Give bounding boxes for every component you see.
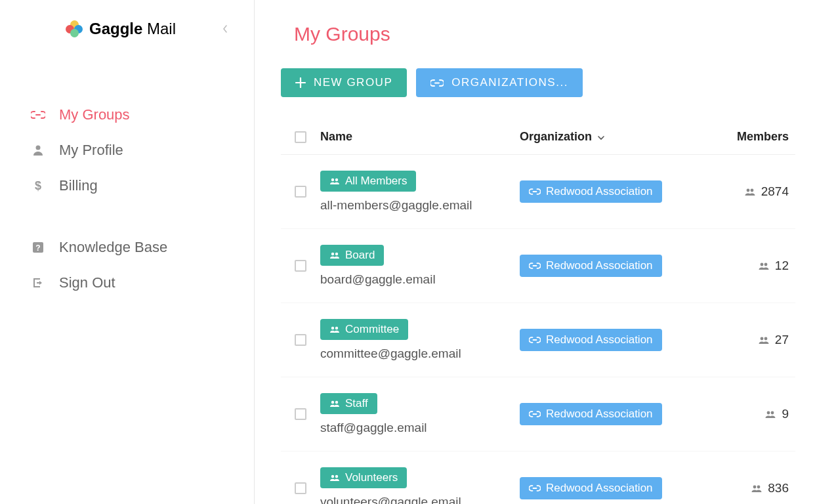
brand-text: Gaggle Mail (89, 20, 176, 38)
sidebar-item-billing[interactable]: $ Billing (30, 168, 254, 203)
chevron-down-icon (598, 133, 604, 142)
help-icon: ? (30, 242, 46, 253)
group-name-badge[interactable]: Board (320, 245, 384, 266)
row-checkbox[interactable] (295, 334, 306, 346)
sidebar-item-label: My Groups (59, 106, 130, 123)
sidebar-item-label: Billing (59, 177, 98, 194)
row-checkbox[interactable] (295, 482, 306, 494)
sidebar-item-my-profile[interactable]: My Profile (30, 133, 254, 168)
svg-text:?: ? (35, 243, 40, 253)
brand[interactable]: Gaggle Mail (66, 20, 176, 38)
svg-point-22 (753, 485, 757, 488)
nav-secondary: ? Knowledge Base Sign Out (0, 230, 254, 301)
organization-badge[interactable]: Redwood Association (520, 180, 662, 203)
svg-point-19 (771, 411, 774, 414)
members-icon (764, 411, 776, 418)
sign-out-icon (30, 277, 46, 289)
table-row: All Members all-members@gaggle.email Red… (281, 155, 795, 229)
organization-badge[interactable]: Redwood Association (520, 403, 662, 425)
column-header-members[interactable]: Members (703, 130, 795, 144)
svg-point-4 (331, 178, 334, 181)
svg-point-16 (331, 401, 334, 404)
new-group-button[interactable]: NEW GROUP (281, 68, 407, 97)
group-email: staff@gaggle.email (320, 421, 427, 435)
table-row: Volunteers volunteers@gaggle.email Redwo… (281, 452, 795, 504)
organizations-label: ORGANIZATIONS... (451, 76, 568, 89)
svg-point-20 (331, 475, 334, 478)
link-icon (529, 411, 541, 417)
actions-row: NEW GROUP ORGANIZATIONS... (281, 68, 795, 97)
table-row: Staff staff@gaggle.email Redwood Associa… (281, 377, 795, 452)
group-name-badge[interactable]: Volunteers (320, 467, 407, 488)
group-name: All Members (345, 175, 407, 188)
group-email: board@gaggle.email (320, 272, 436, 287)
select-all-checkbox[interactable] (295, 131, 306, 143)
brand-logo-icon (66, 20, 83, 37)
svg-point-15 (764, 337, 767, 340)
group-name-badge[interactable]: All Members (320, 171, 416, 192)
plus-icon (295, 77, 306, 88)
group-name-badge[interactable]: Committee (320, 319, 408, 340)
group-name: Committee (345, 323, 399, 336)
group-icon (329, 400, 340, 407)
svg-point-8 (331, 253, 334, 255)
table-row: Committee committee@gaggle.email Redwood… (281, 303, 795, 377)
group-icon (329, 474, 340, 481)
link-icon (30, 111, 46, 119)
svg-point-11 (764, 262, 767, 266)
row-checkbox[interactable] (295, 408, 306, 420)
sidebar-item-my-groups[interactable]: My Groups (30, 97, 254, 133)
nav-primary: My Groups My Profile $ Billing (0, 97, 254, 203)
main-content: My Groups NEW GROUP ORGANIZATIONS... (255, 0, 815, 504)
table-row: Board board@gaggle.email Redwood Associa… (281, 229, 795, 303)
link-icon (529, 188, 541, 195)
sidebar-collapse-icon[interactable] (222, 25, 228, 33)
link-icon (529, 262, 541, 269)
svg-point-13 (335, 327, 338, 329)
members-icon (758, 337, 770, 344)
group-name-badge[interactable]: Staff (320, 393, 377, 414)
svg-point-7 (750, 188, 753, 192)
link-icon (529, 337, 541, 343)
group-name: Volunteers (345, 471, 398, 484)
svg-point-6 (746, 188, 749, 192)
brand-bold: Gaggle (89, 20, 142, 37)
person-icon (30, 144, 46, 156)
organization-badge[interactable]: Redwood Association (520, 329, 662, 351)
svg-point-0 (36, 146, 41, 150)
row-checkbox[interactable] (295, 186, 306, 198)
svg-point-21 (335, 475, 338, 478)
members-count: 836 (768, 481, 789, 495)
organizations-button[interactable]: ORGANIZATIONS... (416, 68, 583, 97)
members-count: 9 (782, 407, 789, 421)
column-header-organization[interactable]: Organization (520, 130, 703, 144)
group-icon (329, 178, 340, 184)
organization-badge[interactable]: Redwood Association (520, 255, 662, 277)
members-count: 12 (775, 259, 789, 273)
table-header: Name Organization Members (281, 123, 795, 155)
sidebar-item-knowledge-base[interactable]: ? Knowledge Base (30, 230, 254, 265)
column-header-organization-label: Organization (520, 130, 592, 143)
organization-badge[interactable]: Redwood Association (520, 477, 662, 499)
sidebar-item-label: Sign Out (59, 274, 115, 291)
members-icon (758, 262, 770, 270)
row-checkbox[interactable] (295, 260, 306, 272)
organization-name: Redwood Association (546, 482, 653, 495)
group-icon (329, 326, 340, 333)
svg-point-9 (335, 253, 338, 255)
organization-name: Redwood Association (546, 259, 653, 272)
members-count: 2874 (761, 184, 789, 199)
group-email: committee@gaggle.email (320, 346, 461, 361)
group-email: all-members@gaggle.email (320, 198, 472, 213)
svg-text:$: $ (35, 179, 41, 192)
new-group-label: NEW GROUP (314, 76, 392, 89)
sidebar-item-sign-out[interactable]: Sign Out (30, 265, 254, 301)
groups-table: Name Organization Members All Members (281, 123, 795, 504)
brand-light: Mail (142, 20, 176, 37)
column-header-name[interactable]: Name (320, 130, 520, 144)
members-icon (751, 485, 763, 492)
svg-point-18 (767, 411, 770, 414)
svg-point-5 (335, 178, 338, 181)
sidebar: Gaggle Mail My Groups My Profile (0, 0, 255, 504)
group-email: volunteers@gaggle.email (320, 495, 461, 504)
